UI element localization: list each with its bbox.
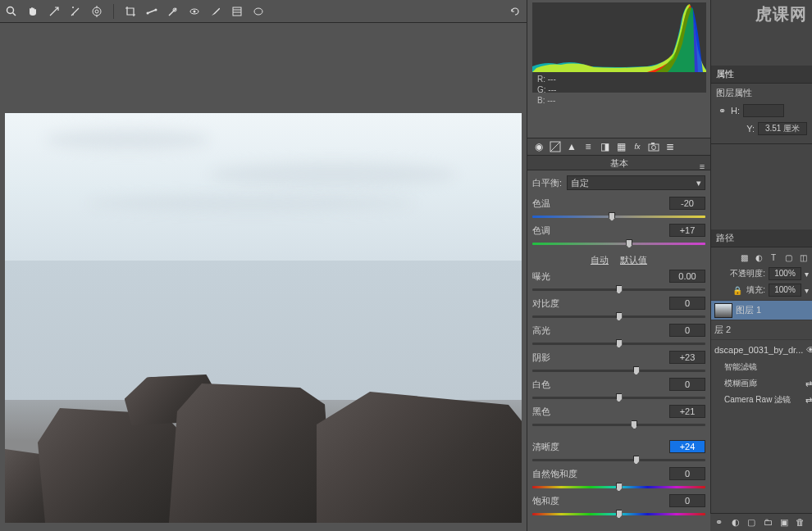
filter-type-icon[interactable]: T — [768, 252, 779, 263]
svg-point-19 — [652, 146, 656, 150]
chevron-down-icon: ▾ — [696, 178, 701, 188]
temperature-value[interactable]: -20 — [669, 197, 705, 210]
link-layers-icon[interactable]: ⚭ — [715, 517, 727, 529]
opacity-input[interactable]: 100% — [769, 267, 801, 280]
link-icon[interactable]: ⚭ — [716, 105, 728, 116]
document-preview[interactable] — [5, 113, 522, 523]
svg-point-4 — [95, 10, 98, 13]
split-tab-icon[interactable]: ◨ — [598, 140, 611, 153]
panel-menu-icon[interactable]: ≡ — [697, 159, 707, 167]
hsl-tab-icon[interactable]: ≡ — [582, 140, 595, 153]
contrast-value[interactable]: 0 — [669, 297, 705, 310]
vibrance-slider[interactable]: 自然饱和度0 — [532, 467, 705, 492]
svg-line-1 — [13, 12, 16, 16]
radial-filter-tool[interactable] — [252, 5, 265, 18]
crop-tool[interactable] — [124, 5, 137, 18]
filter-item[interactable]: 模糊画廊 ⇄ — [711, 375, 812, 392]
layer-thumb — [714, 303, 732, 318]
new-layer-icon[interactable]: ▣ — [780, 517, 791, 529]
basic-tab-icon[interactable]: ◉ — [532, 140, 545, 153]
highlights-value[interactable]: 0 — [669, 324, 705, 337]
camera-raw-toolbar — [0, 0, 527, 23]
wb-select[interactable]: 自定 ▾ — [567, 175, 705, 190]
filter-smart-icon[interactable]: ◫ — [797, 252, 809, 263]
straighten-tool[interactable] — [145, 5, 158, 18]
blacks-value[interactable]: +21 — [669, 405, 705, 418]
filter-shape-icon[interactable]: ▢ — [782, 252, 794, 263]
spot-removal-tool[interactable] — [167, 5, 180, 18]
svg-point-3 — [93, 7, 101, 16]
white-balance-tool[interactable] — [48, 5, 61, 18]
mask-icon[interactable]: ▢ — [747, 517, 759, 529]
presets-tab-icon[interactable]: ≣ — [664, 140, 677, 153]
visibility-icon[interactable]: 👁 — [806, 345, 812, 355]
blacks-slider[interactable]: 黑色+21 — [532, 405, 705, 430]
paths-tab[interactable]: 路径 — [716, 232, 734, 244]
vibrance-value[interactable]: 0 — [669, 467, 705, 480]
target-adjust-tool[interactable] — [90, 5, 103, 18]
filter-pixel-icon[interactable]: ▩ — [738, 252, 750, 263]
hand-tool[interactable] — [26, 5, 39, 18]
exposure-value[interactable]: 0.00 — [669, 270, 705, 283]
camera-tab-icon[interactable] — [647, 140, 660, 153]
camera-raw-panel: R: --- G: --- B: --- ◉ ▲ ≡ ◨ ▦ fx ≣ 基本 ≡… — [527, 0, 710, 531]
lens-tab-icon[interactable]: ▦ — [614, 140, 627, 153]
filter-item[interactable]: Camera Raw 滤镜 ⇄ — [711, 392, 812, 408]
tint-slider[interactable]: 色调+17 — [532, 224, 705, 249]
tint-value[interactable]: +17 — [669, 224, 705, 237]
smart-filters-header[interactable]: 智能滤镜 — [711, 359, 812, 375]
filter-adjust-icon[interactable]: ◐ — [753, 252, 764, 263]
contrast-slider[interactable]: 对比度0 — [532, 297, 705, 322]
redeye-tool[interactable] — [188, 5, 201, 18]
whites-value[interactable]: 0 — [669, 378, 705, 391]
rgb-readout: R: --- G: --- B: --- — [532, 72, 706, 107]
height-input[interactable] — [743, 104, 784, 117]
highlights-slider[interactable]: 高光0 — [532, 324, 705, 349]
layer-item[interactable]: 层 2 — [711, 320, 812, 339]
properties-tab[interactable]: 属性 — [716, 68, 734, 80]
svg-rect-13 — [233, 7, 241, 16]
shadows-value[interactable]: +23 — [669, 351, 705, 364]
fx-icon[interactable]: ◐ — [732, 517, 743, 529]
saturation-value[interactable]: 0 — [669, 494, 705, 507]
adjustment-brush-tool[interactable] — [209, 5, 222, 18]
graduated-filter-tool[interactable] — [230, 5, 244, 18]
temperature-slider[interactable]: 色温-20 — [532, 197, 705, 222]
acr-tab-strip: ◉ ▲ ≡ ◨ ▦ fx ≣ — [527, 138, 710, 156]
whites-slider[interactable]: 白色0 — [532, 378, 705, 403]
shadows-slider[interactable]: 阴影+23 — [532, 351, 705, 376]
trash-icon[interactable]: 🗑 — [796, 517, 807, 529]
y-input[interactable]: 3.51 厘米 — [758, 122, 807, 135]
layer-item[interactable]: dscape_0031_by_dr... 👁 — [711, 339, 812, 359]
svg-point-16 — [254, 8, 262, 15]
group-icon[interactable]: 🗀 — [764, 517, 775, 529]
exposure-slider[interactable]: 曝光0.00 — [532, 270, 705, 295]
filter-options-icon[interactable]: ⇄ — [805, 379, 812, 388]
clarity-value[interactable]: +24 — [669, 440, 705, 453]
right-panel-dock: 虎课网 属性 图层属性 ⚭ H: Y: 3.51 厘米 路径 ▩ ◐ T ▢ ◫ — [710, 0, 812, 531]
lock-icon[interactable]: 🔒 — [732, 284, 743, 296]
default-button[interactable]: 默认值 — [620, 254, 647, 266]
svg-point-8 — [147, 11, 149, 14]
layer-properties-label: 图层属性 — [716, 87, 807, 99]
svg-point-9 — [155, 8, 157, 11]
chevron-down-icon[interactable]: ▾ — [805, 270, 809, 279]
saturation-slider[interactable]: 饱和度0 — [532, 494, 705, 520]
layer-item[interactable]: 图层 1 — [711, 300, 812, 320]
curve-tab-icon[interactable] — [549, 140, 562, 153]
color-sampler-tool[interactable] — [69, 5, 82, 18]
filter-options-icon[interactable]: ⇄ — [805, 396, 812, 405]
canvas-area — [5, 23, 522, 524]
clarity-slider[interactable]: 清晰度+24 — [532, 440, 705, 465]
histogram[interactable]: R: --- G: --- B: --- — [532, 2, 706, 93]
svg-point-0 — [7, 7, 14, 13]
zoom-tool[interactable] — [5, 5, 18, 18]
rotate-icon[interactable] — [509, 5, 522, 18]
fx-tab-icon[interactable]: fx — [631, 140, 644, 153]
chevron-down-icon[interactable]: ▾ — [805, 286, 809, 295]
detail-tab-icon[interactable]: ▲ — [565, 140, 578, 153]
svg-point-12 — [194, 10, 196, 12]
auto-button[interactable]: 自动 — [591, 254, 609, 266]
panel-title: 基本 ≡ — [527, 156, 710, 170]
fill-input[interactable]: 100% — [769, 284, 801, 297]
